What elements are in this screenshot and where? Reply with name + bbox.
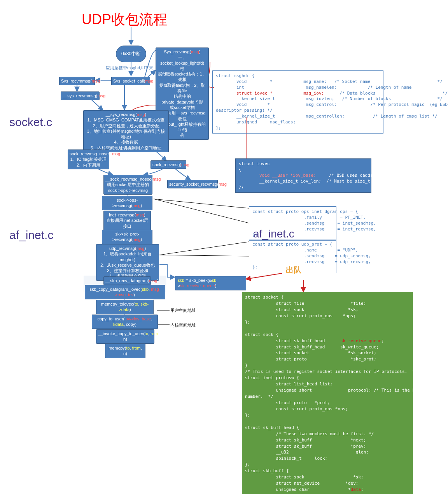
svg-line-17 [159,242,249,255]
node-sock-recvmsg: sock_recvmsg(msg) [150,160,186,169]
node-sys-recvmmsg: Sys_recvmmsg(msg) [59,77,95,85]
label-socket-c: socket.c [9,116,52,129]
node-invoke-copy-to-user: __invoke_copy_to_user(to,from, n) [96,329,154,344]
node-u-sock-recvmsg-nosec: __sock_recvmsg_nosec(msg) 调用socket层中注册的s… [103,175,152,195]
label-afinet-left: af_inet.c [9,229,53,242]
node-copy-to-user: copy_to_user(iov->iov_base, kdata, copy) [92,315,158,329]
node-sock-ops-recvmsg: sock->ops->recvmsg(msg) [102,196,152,210]
node-memcpy-toiovec: memcpy_toiovec(to, skb->data) [96,300,154,314]
node-skb-copy-datagram-iovec: skb_copy_datagram_iovec(skb, msg->msg_io… [85,285,165,299]
node-skb-peek: skb = skb_peek(&sk->sk_receive_queue) [175,276,246,290]
struct-green: struct socket { struct file *file; struc… [242,292,413,494]
node-skb-recv-datagram: __skb_recv_datagram(msg) [103,276,151,285]
label-app-layer: 应用层携带msghd,fd下来 [106,65,153,71]
node-start: 0x80中断 [116,46,146,62]
node-sys-socket-call: Sys_socket_call(msg) [111,77,150,85]
node-u-sys-recvmmsg: __sys_recvmmsg(msg) [61,91,100,100]
node-u-sys-recvmsg: __sys_recvmsg(msg) 1、MSG_CMSG_COMPAT兼用模式… [83,110,169,152]
struct-udp-prot: const struct proto udp_prot = { .name = … [249,239,336,273]
svg-line-15 [154,199,249,208]
svg-line-18 [159,255,249,256]
node-memcpy: memcpy(to, from, n) [105,344,145,358]
label-kernel-addr: 内核空间地址 [170,322,196,328]
node-security-socket-recvmsg: security_socket_recvmsg(msg) [167,180,218,188]
svg-line-16 [154,199,249,223]
struct-iovec: struct iovec { void __user *iov_base; /*… [235,158,371,193]
label-user-addr: 用户空间地址 [170,308,196,313]
node-sk-prot-recvmsg: sk->sk_prot->recvmsg(msg) [102,230,152,244]
page-title: UDP收包流程 [82,10,167,29]
node-inet-recvmsg: inet_recvmsg(msg) 直接调用inet socket层接口 [103,211,151,230]
node-sock-recvmsg-nosec: sock_recvmsg_nosec(msg) 1、IO flag相关处理 2、… [68,149,109,169]
struct-inet-dgram-ops: const struct proto_ops inet_dgram_ops = … [249,206,336,241]
struct-msghdr: struct msghdr { void * msg_name; /* Sock… [212,70,383,134]
